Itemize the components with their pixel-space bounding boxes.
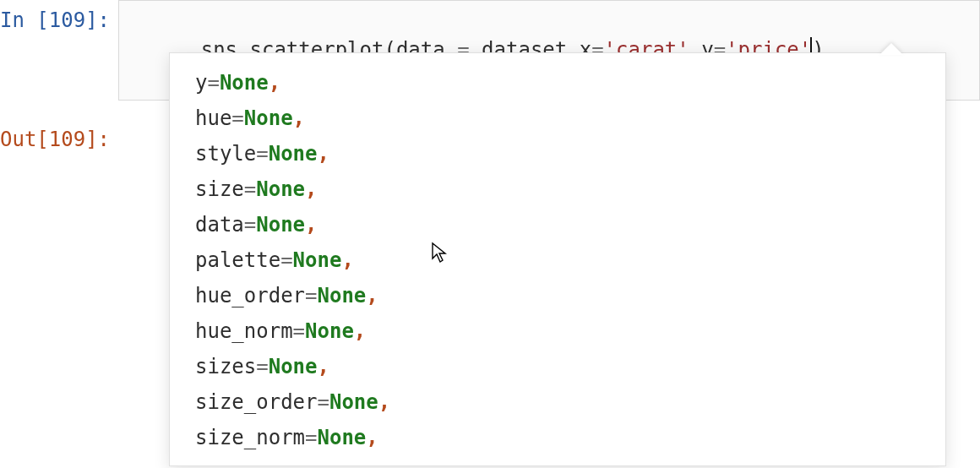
equals-size: =	[244, 177, 256, 201]
default-hue_norm: None	[305, 319, 354, 343]
default-palette: None	[293, 248, 342, 272]
tooltip-line-hue_norm: hue_norm=None,	[195, 313, 920, 349]
equals-hue_order: =	[305, 284, 317, 307]
tooltip-line-style: style=None,	[195, 136, 920, 171]
param-data: data	[195, 213, 244, 237]
param-size_norm: size_norm	[195, 426, 305, 449]
tooltip-line-y: y=None,	[195, 65, 920, 101]
comma-size_norm: ,	[366, 426, 378, 449]
tooltip-line-data: data=None,	[195, 207, 920, 242]
comma-size_order: ,	[378, 390, 390, 414]
param-hue_order: hue_order	[195, 284, 305, 307]
comma-size: ,	[305, 177, 317, 201]
default-style: None	[269, 142, 318, 166]
tooltip-line-sizes: sizes=None,	[195, 349, 920, 384]
param-palette: palette	[195, 248, 280, 272]
comma-sizes: ,	[318, 355, 329, 378]
param-hue_norm: hue_norm	[195, 319, 293, 343]
param-style: style	[195, 142, 256, 166]
default-hue: None	[244, 106, 293, 130]
comma-style: ,	[318, 142, 329, 166]
tooltip-line-palette: palette=None,	[195, 242, 920, 278]
default-size_norm: None	[318, 426, 367, 449]
tooltip-line-hue: hue=None,	[195, 101, 920, 136]
equals-size_norm: =	[305, 426, 317, 449]
out-prompt: Out[109]:	[0, 119, 118, 151]
signature-tooltip: y=None,hue=None,style=None,size=None,dat…	[169, 52, 946, 466]
equals-hue_norm: =	[293, 319, 305, 343]
equals-y: =	[207, 71, 219, 95]
tooltip-line-size_norm: size_norm=None,	[195, 420, 920, 455]
comma-y: ,	[269, 71, 280, 95]
default-size: None	[256, 177, 305, 201]
default-y: None	[220, 71, 269, 95]
comma-palette: ,	[341, 248, 353, 272]
equals-size_order: =	[318, 390, 329, 414]
param-hue: hue	[195, 106, 231, 130]
tooltip-line-hue_order: hue_order=None,	[195, 278, 920, 313]
equals-style: =	[256, 142, 268, 166]
comma-hue_order: ,	[366, 284, 378, 307]
equals-data: =	[244, 213, 256, 237]
param-size: size	[195, 177, 244, 201]
default-data: None	[256, 213, 305, 237]
param-size_order: size_order	[195, 390, 318, 414]
tooltip-line-size: size=None,	[195, 171, 920, 207]
default-sizes: None	[269, 355, 318, 378]
equals-palette: =	[280, 248, 292, 272]
in-prompt: In [109]:	[0, 0, 118, 32]
param-sizes: sizes	[195, 355, 256, 378]
param-y: y	[195, 71, 207, 95]
comma-hue_norm: ,	[354, 319, 366, 343]
default-size_order: None	[329, 390, 378, 414]
equals-hue: =	[231, 106, 243, 130]
tooltip-pointer	[879, 43, 903, 55]
tooltip-line-size_order: size_order=None,	[195, 384, 920, 420]
comma-data: ,	[305, 213, 317, 237]
default-hue_order: None	[318, 284, 367, 307]
equals-sizes: =	[256, 355, 268, 378]
comma-hue: ,	[293, 106, 305, 130]
